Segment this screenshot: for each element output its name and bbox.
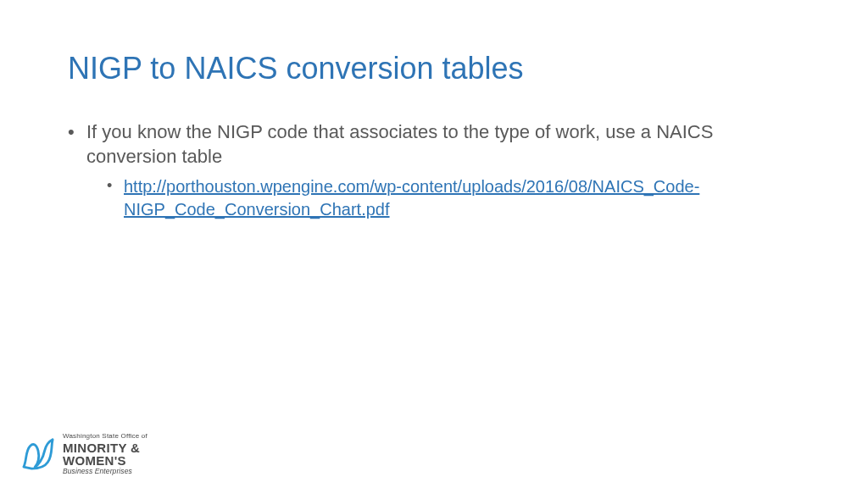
logo-title-1: MINORITY & — [63, 441, 147, 454]
bullet-item: If you know the NIGP code that associate… — [68, 120, 800, 221]
conversion-link[interactable]: http://porthouston.wpengine.com/wp-conte… — [124, 177, 699, 219]
footer-logo: Washington State Office of MINORITY & WO… — [22, 433, 147, 475]
logo-tagline: Business Enterprises — [63, 468, 147, 475]
sub-bullet-item: http://porthouston.wpengine.com/wp-conte… — [107, 175, 800, 221]
slide-title: NIGP to NAICS conversion tables — [68, 51, 800, 86]
slide: NIGP to NAICS conversion tables If you k… — [0, 0, 868, 488]
logo-text: Washington State Office of MINORITY & WO… — [63, 433, 147, 475]
logo-mark-icon — [22, 436, 54, 470]
main-bullet-list: If you know the NIGP code that associate… — [68, 120, 800, 221]
sub-bullet-list: http://porthouston.wpengine.com/wp-conte… — [86, 175, 800, 221]
logo-title-2: WOMEN'S — [63, 454, 147, 467]
bullet-text: If you know the NIGP code that associate… — [86, 121, 713, 167]
logo-subtitle: Washington State Office of — [63, 433, 147, 440]
